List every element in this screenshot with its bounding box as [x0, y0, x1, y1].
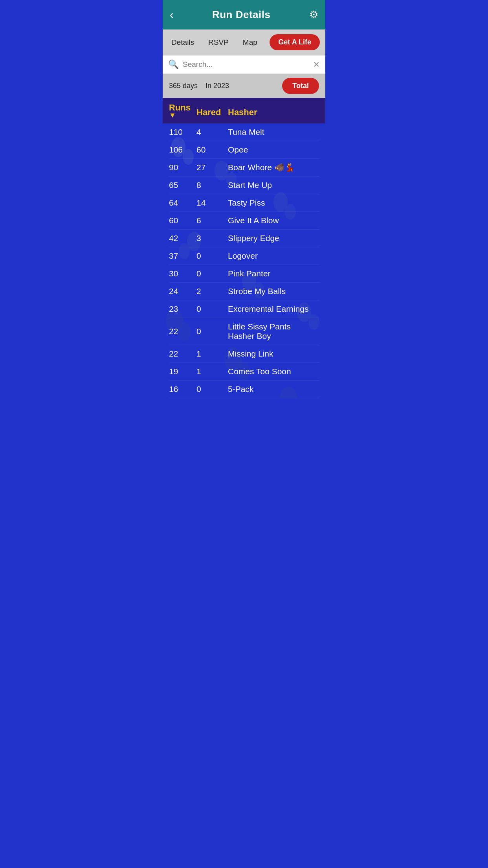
- table-header: Runs ▼ Hared Hasher: [163, 98, 325, 123]
- tab-details[interactable]: Details: [168, 37, 197, 48]
- table-row[interactable]: 64 14 Tasty Piss: [169, 194, 319, 212]
- search-bar: 🔍 ✕: [163, 55, 325, 74]
- row-runs: 90: [169, 163, 196, 172]
- row-runs: 22: [169, 327, 196, 336]
- table-row[interactable]: 106 60 Opee: [169, 141, 319, 159]
- row-hasher: Little Sissy Pants Hasher Boy: [228, 322, 319, 341]
- filter-total-button[interactable]: Total: [282, 78, 319, 94]
- col-hared-header[interactable]: Hared: [196, 107, 228, 118]
- row-hared: 27: [196, 163, 228, 172]
- col-hasher-header: Hasher: [228, 107, 319, 118]
- row-hared: 0: [196, 251, 228, 261]
- row-hared: 0: [196, 269, 228, 278]
- row-hared: 6: [196, 216, 228, 225]
- table-row[interactable]: 65 8 Start Me Up: [169, 177, 319, 194]
- settings-icon[interactable]: ⚙: [309, 9, 318, 21]
- row-runs: 30: [169, 269, 196, 278]
- table-body: 110 4 Tuna Melt 106 60 Opee 90 27 Boar W…: [163, 123, 325, 398]
- table-row[interactable]: 37 0 Logover: [169, 247, 319, 265]
- filter-365days[interactable]: 365 days: [169, 82, 198, 90]
- table-row[interactable]: 23 0 Excremental Earnings: [169, 300, 319, 318]
- row-hared: 14: [196, 198, 228, 208]
- row-hasher: Opee: [228, 145, 319, 154]
- clear-search-icon[interactable]: ✕: [313, 60, 320, 69]
- row-hared: 1: [196, 367, 228, 376]
- tab-rsvp[interactable]: RSVP: [205, 37, 232, 48]
- page-title: Run Details: [212, 9, 271, 21]
- row-runs: 16: [169, 384, 196, 394]
- row-runs: 64: [169, 198, 196, 208]
- search-input[interactable]: [183, 60, 309, 69]
- row-hasher: Start Me Up: [228, 180, 319, 190]
- table-row[interactable]: 42 3 Slippery Edge: [169, 230, 319, 247]
- row-hasher: Slippery Edge: [228, 234, 319, 243]
- row-hasher: Give It A Blow: [228, 216, 319, 225]
- row-runs: 106: [169, 145, 196, 154]
- table-row[interactable]: 110 4 Tuna Melt: [169, 123, 319, 141]
- row-hasher: Logover: [228, 251, 319, 261]
- table-row[interactable]: 19 1 Comes Too Soon: [169, 363, 319, 381]
- row-hasher: Missing Link: [228, 349, 319, 359]
- tab-bar: Details RSVP Map Get A Life: [163, 29, 325, 55]
- row-hasher: Tuna Melt: [228, 127, 319, 137]
- row-runs: 42: [169, 234, 196, 243]
- row-hared: 3: [196, 234, 228, 243]
- row-hared: 0: [196, 384, 228, 394]
- table-row[interactable]: 22 1 Missing Link: [169, 345, 319, 363]
- row-hared: 0: [196, 327, 228, 336]
- table-row[interactable]: 30 0 Pink Panter: [169, 265, 319, 283]
- row-hasher: Strobe My Balls: [228, 287, 319, 296]
- row-runs: 60: [169, 216, 196, 225]
- row-hared: 0: [196, 304, 228, 314]
- table-row[interactable]: 90 27 Boar Whore 🐗💃: [169, 159, 319, 177]
- row-runs: 23: [169, 304, 196, 314]
- row-hasher: Tasty Piss: [228, 198, 319, 208]
- row-runs: 24: [169, 287, 196, 296]
- table-row[interactable]: 22 0 Little Sissy Pants Hasher Boy: [169, 318, 319, 345]
- table-row[interactable]: 60 6 Give It A Blow: [169, 212, 319, 230]
- row-runs: 22: [169, 349, 196, 359]
- row-hasher: 5-Pack: [228, 384, 319, 394]
- row-hared: 2: [196, 287, 228, 296]
- header: ‹ Run Details ⚙: [163, 0, 325, 29]
- row-hasher: Pink Panter: [228, 269, 319, 278]
- tab-map[interactable]: Map: [240, 37, 261, 48]
- row-runs: 37: [169, 251, 196, 261]
- row-hared: 60: [196, 145, 228, 154]
- row-runs: 65: [169, 180, 196, 190]
- filter-in2023[interactable]: In 2023: [205, 82, 229, 90]
- row-hasher: Excremental Earnings: [228, 304, 319, 314]
- sort-arrow-icon: ▼: [169, 111, 196, 120]
- row-hasher: Comes Too Soon: [228, 367, 319, 376]
- table-row[interactable]: 16 0 5-Pack: [169, 381, 319, 398]
- back-button[interactable]: ‹: [170, 9, 173, 21]
- row-hared: 8: [196, 180, 228, 190]
- row-runs: 110: [169, 127, 196, 137]
- table-row[interactable]: 24 2 Strobe My Balls: [169, 283, 319, 300]
- row-runs: 19: [169, 367, 196, 376]
- search-icon: 🔍: [168, 59, 179, 70]
- col-runs-header[interactable]: Runs ▼: [169, 103, 196, 122]
- filter-bar: 365 days In 2023 Total: [163, 74, 325, 98]
- row-hasher: Boar Whore 🐗💃: [228, 163, 319, 172]
- row-hared: 1: [196, 349, 228, 359]
- row-hared: 4: [196, 127, 228, 137]
- get-a-life-button[interactable]: Get A Life: [270, 34, 320, 50]
